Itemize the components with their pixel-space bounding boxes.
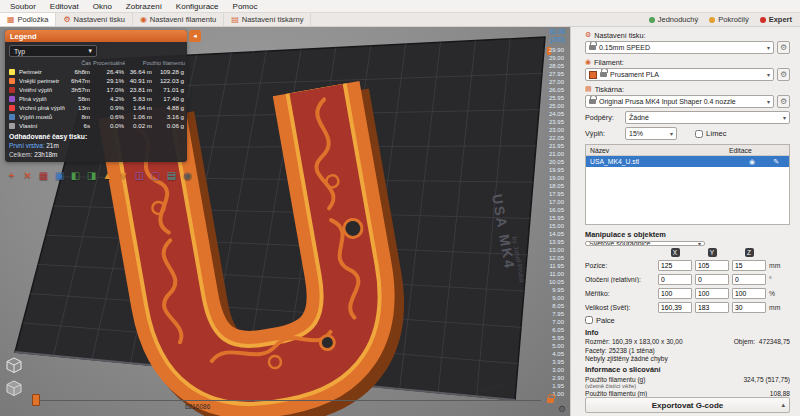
feature-time: 3h57m — [71, 86, 91, 93]
delete-all-icon[interactable]: ▦ — [37, 169, 50, 182]
manip-label: Otočení (relativní): — [585, 276, 655, 283]
tab-label: Podložka — [18, 15, 49, 24]
move-slider-track[interactable] — [36, 400, 541, 401]
move-slider-handle[interactable] — [32, 394, 40, 406]
feature-color-swatch — [9, 96, 15, 102]
arrange-icon[interactable]: ▣ — [53, 169, 66, 182]
layer-tick: 28.05 — [545, 62, 570, 70]
velikost-svet-y-input[interactable] — [695, 302, 729, 313]
size-value: 160,39 x 183,00 x 30,00 — [612, 338, 683, 345]
add-instance-icon[interactable]: ▲ — [101, 169, 114, 182]
inches-option: Palce — [585, 316, 790, 325]
menu-pomoc[interactable]: Pomoc — [226, 0, 265, 12]
printer-select[interactable]: Original Prusa MK4 Input Shaper 0.4 nozz… — [585, 95, 774, 108]
split-objects-icon[interactable]: ◫ — [133, 169, 146, 182]
object-name: USA_MK4_U.stl — [590, 158, 639, 165]
tab-label: Nastavení tisku — [74, 15, 125, 24]
filament-icon: ◉ — [585, 58, 591, 66]
object-list-body[interactable]: USA_MK4_U.stl◉✎ — [586, 156, 789, 224]
eye-icon[interactable]: ◉ — [749, 158, 755, 166]
menu-okno[interactable]: Okno — [86, 0, 119, 12]
menu-zobrazeni[interactable]: Zobrazení — [119, 0, 169, 12]
infill-label: Výplň: — [585, 129, 621, 138]
meritko-z-input[interactable] — [732, 288, 766, 299]
layer-tick: 25.00 — [545, 102, 570, 110]
tab-podlozka[interactable]: ▦Podložka — [0, 13, 56, 26]
object-list-row[interactable]: USA_MK4_U.stl◉✎ — [586, 156, 789, 167]
layer-tick: 8.05 — [545, 302, 570, 310]
pozice-x-input[interactable] — [658, 260, 692, 271]
filament-label: Filament: — [594, 58, 624, 67]
feature-length: 40.91 m — [127, 77, 153, 84]
inches-checkbox[interactable] — [585, 316, 593, 324]
layer-tick: 29.00 — [545, 54, 570, 62]
chevron-down-icon: ▾ — [698, 241, 701, 246]
total-time: Celkem: 23h18m — [9, 151, 183, 158]
delete-object-icon[interactable]: ✕ — [21, 169, 34, 182]
infill-select[interactable]: 15% ▾ — [625, 127, 677, 140]
legend-collapse-button[interactable]: ◂ — [189, 30, 201, 42]
export-gcode-button[interactable]: Exportovat G-code ▴ — [585, 397, 790, 413]
printer-label-row: ▤ Tiskárna: — [585, 84, 790, 94]
layer-tick: 20.05 — [545, 158, 570, 166]
supports-select[interactable]: Žádné ▾ — [625, 111, 790, 124]
paste-icon[interactable]: ◨ — [85, 169, 98, 182]
otoceni-relativni-y-input[interactable] — [695, 274, 729, 285]
tab-nastaveni-tiskarny[interactable]: ▤Nastavení tiskárny — [224, 13, 311, 26]
mode-expert[interactable]: Expert — [760, 15, 792, 24]
search-icon[interactable]: ◉ — [181, 169, 194, 182]
tab-nastaveni-filamentu[interactable]: ◉Nastavení filamentu — [133, 13, 224, 26]
velikost-svet-x-input[interactable] — [658, 302, 692, 313]
viewport-3d[interactable]: USA MK4 by Josef Prusa — [0, 27, 570, 416]
meritko-x-input[interactable] — [658, 288, 692, 299]
pozice-z-input[interactable] — [732, 260, 766, 271]
layer-tick: 17.00 — [545, 198, 570, 206]
mode-jednoduchy[interactable]: Jednoduchý — [649, 15, 698, 24]
slider-settings-gear-icon[interactable]: ⚙ — [558, 404, 566, 414]
layer-tick: 14.05 — [545, 230, 570, 238]
layer-tick: 22.05 — [545, 134, 570, 142]
otoceni-relativni-x-input[interactable] — [658, 274, 692, 285]
feature-length: 1.64 m — [127, 104, 153, 111]
otoceni-relativni-z-input[interactable] — [732, 274, 766, 285]
object-list: Název Editace USA_MK4_U.stl◉✎ — [585, 144, 790, 225]
editor-view-icon[interactable] — [5, 357, 23, 375]
filament-gear-button[interactable]: ⚙ — [777, 68, 790, 81]
copy-icon[interactable]: ◧ — [69, 169, 82, 182]
menu-konfigurace[interactable]: Konfigurace — [169, 0, 226, 12]
mode-pokrocily[interactable]: Pokročilý — [709, 15, 748, 24]
mode-dot-icon — [709, 17, 715, 23]
velikost-svet-z-input[interactable] — [732, 302, 766, 313]
mode-label: Pokročilý — [718, 15, 748, 24]
feature-name: Výplň mostů — [19, 114, 69, 120]
layer-slider-lock-icon[interactable] — [547, 398, 554, 403]
print-settings-select[interactable]: 0.15mm SPEED ▾ — [585, 41, 774, 54]
print-settings-gear-button[interactable]: ⚙ — [777, 41, 790, 54]
layer-slider[interactable]: 30.05 (200) 29.9029.0028.0527.9527.0026.… — [545, 27, 570, 416]
edit-icon[interactable]: ✎ — [773, 158, 779, 166]
legend-type-select[interactable]: Typ ▾ — [9, 45, 97, 57]
remove-instance-icon[interactable]: ▼ — [117, 169, 130, 182]
pozice-y-input[interactable] — [695, 260, 729, 271]
layer-tick: 24.05 — [545, 110, 570, 118]
split-parts-icon[interactable]: ▢ — [149, 169, 162, 182]
add-object-icon[interactable]: + — [5, 169, 18, 182]
info-facets-line: Facety: 25238 (1 stěna) — [585, 347, 790, 354]
menu-soubor[interactable]: Soubor — [3, 0, 43, 12]
sliced-label: Použito filamentu (g)(včetně čistící věž… — [585, 376, 645, 389]
tab-nastaveni-tisku[interactable]: ⚙Nastavení tisku — [56, 13, 132, 26]
unit-label: ° — [769, 276, 787, 283]
layer-editing-icon[interactable]: ▤ — [165, 169, 178, 182]
preview-view-icon[interactable] — [5, 380, 23, 398]
menu-editovat[interactable]: Editovat — [43, 0, 86, 12]
brim-checkbox[interactable] — [695, 130, 703, 138]
print-settings-label: Nastavení tisku: — [594, 31, 645, 40]
sidebar: ⚙ Nastavení tisku: 0.15mm SPEED ▾ ⚙ ◉ Fi… — [570, 27, 800, 416]
filament-select[interactable]: Prusament PLA ▾ — [585, 68, 774, 81]
layer-tick: 5.95 — [545, 334, 570, 342]
chevron-up-icon[interactable]: ▴ — [781, 401, 785, 409]
info-size-line: Rozměr: 160,39 x 183,00 x 30,00 Objem: 4… — [585, 338, 790, 345]
coordinate-system-select[interactable]: Světové souřadnice ▾ — [585, 241, 705, 246]
printer-gear-button[interactable]: ⚙ — [777, 95, 790, 108]
meritko-y-input[interactable] — [695, 288, 729, 299]
